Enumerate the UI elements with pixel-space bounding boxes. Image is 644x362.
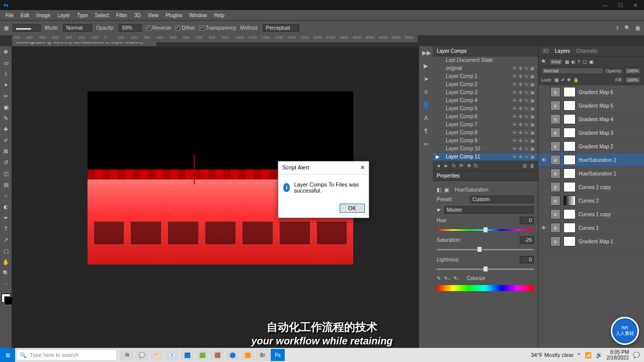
brush-tool-icon[interactable]: ✐ [1,136,11,145]
ok-button[interactable]: OK [340,204,365,213]
channel-dropdown[interactable]: Master [444,206,534,214]
lc-last-state[interactable]: Last Document State [433,56,538,64]
mask-thumb[interactable] [564,236,576,246]
workspace-icon[interactable]: ▦ [635,25,640,31]
eraser-tool-icon[interactable]: ◫ [1,169,11,178]
menu-help[interactable]: Help [211,11,228,20]
lc-new-icon[interactable]: ⊞ [523,163,527,168]
finger-icon[interactable]: ☛ [437,207,441,213]
shape-tool-icon[interactable]: ▢ [1,246,11,255]
gradient-tool-icon[interactable]: ▦ [4,25,9,31]
lc-pos-icon[interactable]: ✥ [467,163,471,168]
history-icon[interactable]: ▶▶ [422,49,430,57]
filter-type-icon[interactable]: T [578,59,581,64]
lightness-value[interactable]: 0 [520,256,534,263]
blend-mode-dropdown[interactable]: Normal [541,67,604,74]
weather-widget[interactable]: 34°F Mostly clear [531,352,574,358]
task-view-icon[interactable]: ⧉ [120,349,134,361]
method-dropdown[interactable]: Perceptual [263,24,300,32]
visibility-icon[interactable]: 👁 [540,225,547,231]
lock-brush-icon[interactable]: ✐ [561,77,565,82]
dither-checkbox[interactable] [175,26,180,31]
layer-comp-row[interactable]: Layer Comp 9👁✥fx▣ [433,137,538,145]
actions-icon[interactable]: ▶ [422,62,430,70]
hue-value[interactable]: 0 [520,217,534,224]
preset-dropdown[interactable]: Custom [470,196,534,203]
color-icon[interactable]: ➤ [422,75,430,83]
hand-tool-icon[interactable]: ✋ [1,257,11,266]
dodge-tool-icon[interactable]: ◐ [1,202,11,211]
tb-app-icon[interactable]: 🔵 [225,349,239,361]
lc-next-icon[interactable]: ► [444,163,449,168]
transparency-checkbox[interactable] [199,26,204,31]
menu-window[interactable]: Window [186,11,211,20]
layer-comp-row[interactable]: Layer Comp 10👁✥fx▣ [433,145,538,153]
wand-tool-icon[interactable]: ✦ [1,80,11,89]
more-tools-icon[interactable]: ⋯ [1,280,11,289]
dialog-close-icon[interactable]: ✕ [360,164,365,171]
layer-comps-tab[interactable]: Layer Comps [437,48,466,54]
share-icon[interactable]: ⇪ [615,25,619,31]
layer-row[interactable]: ◐Gradient Map 2 [538,140,644,153]
zoom-tool-icon[interactable]: 🔍 [1,268,11,278]
start-button[interactable]: ⊞ [0,348,15,362]
mask-thumb[interactable] [564,101,576,111]
filter-shape-icon[interactable]: ▢ [583,59,587,64]
tab-channels[interactable]: Channels [576,48,597,54]
marquee-tool-icon[interactable]: ▭ [1,58,11,67]
layer-comp-row[interactable]: Layer Comp 4👁✥fx▣ [433,97,538,105]
filter-pixel-icon[interactable]: ▦ [565,59,570,64]
history-brush-icon[interactable]: ↺ [1,158,11,167]
eyedropper-tool-icon[interactable]: ✎ [1,114,11,123]
character-icon[interactable]: 👤 [422,102,430,110]
layer-comp-row[interactable]: ▶Layer Comp 11👁✥fx▣ [433,153,538,161]
tab-layers[interactable]: Layers [555,48,570,54]
layer-comp-row[interactable]: Layer Comp 6👁✥fx▣ [433,113,538,121]
lc-update-icon[interactable]: ↻ [452,163,456,168]
lc-fx-icon[interactable]: fx [474,163,478,168]
layer-row[interactable]: ◐Gradient Map 3 [538,126,644,140]
taskbar-clock[interactable]: 8:05 PM2/18/2022 [607,349,629,360]
mask-thumb[interactable] [564,87,576,97]
layer-opacity[interactable]: 100% [624,67,641,74]
glyphs-icon[interactable]: ¶ [422,128,430,136]
lock-all-icon[interactable]: 🔒 [573,77,579,82]
layer-row[interactable]: 👁◐Curves 1 [538,221,644,235]
pen-tool-icon[interactable]: ✒ [1,213,11,222]
mask-thumb[interactable] [564,155,576,165]
menu-layer[interactable]: Layer [54,11,73,20]
swatches-icon[interactable]: ≡ [422,88,430,97]
layer-row[interactable]: 👁◐Hue/Saturation 2 [538,153,644,167]
blur-tool-icon[interactable]: ○ [1,191,11,200]
mask-thumb[interactable] [564,128,576,138]
tb-bridge-icon[interactable]: Br [256,349,270,361]
ps-home-icon[interactable]: Ps [1,1,11,9]
saturation-value[interactable]: -26 [520,236,534,244]
mask-thumb[interactable] [564,141,576,151]
layer-filter-kind[interactable]: Kind [549,58,563,65]
gradient-preset[interactable]: ▬▬▬ [13,24,41,32]
visibility-icon[interactable]: 👁 [540,157,547,163]
mask-thumb[interactable] [564,223,576,233]
layer-row[interactable]: ◐Hue/Saturation 1 [538,167,644,180]
mask-thumb[interactable] [564,182,576,192]
lightness-slider[interactable] [437,266,534,272]
menu-filter[interactable]: Filter [113,11,131,20]
lc-vis-icon[interactable]: 👁 [459,163,464,168]
eyedropper-minus-icon[interactable]: ✎₋ [453,276,460,281]
layer-row[interactable]: ◐Gradient Map 5 [538,99,644,113]
menu-select[interactable]: Select [92,11,113,20]
layer-row[interactable]: ◐Gradient Map 4 [538,113,644,126]
reverse-checkbox[interactable] [146,26,151,31]
layer-comp-row[interactable]: Layer Comp 7👁✥fx▣ [433,121,538,129]
lasso-tool-icon[interactable]: ⌇ [1,69,11,78]
lock-trans-icon[interactable]: ▦ [554,77,559,82]
layer-row[interactable]: ◐Gradient Map 1 [538,235,644,248]
menu-plugins[interactable]: Plugins [162,11,186,20]
layer-fill[interactable]: 100% [624,76,641,83]
tray-chevron-icon[interactable]: ^ [578,352,580,358]
eyedropper-plus-icon[interactable]: ✎₊ [444,276,450,281]
menu-image[interactable]: Image [33,11,54,20]
notifications-icon[interactable]: 💬 [633,352,640,358]
tb-app-icon[interactable]: 🟫 [210,349,224,361]
